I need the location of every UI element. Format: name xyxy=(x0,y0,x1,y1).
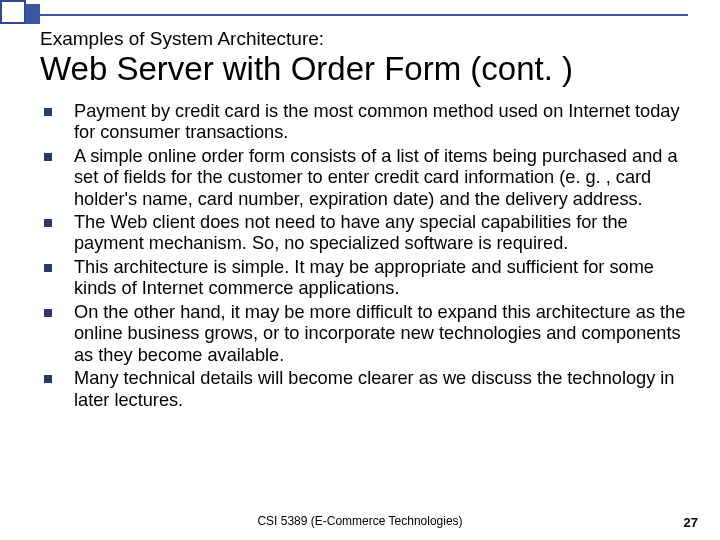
slide-title: Web Server with Order Form (cont. ) xyxy=(40,52,688,87)
list-item: The Web client does not need to have any… xyxy=(40,212,688,255)
list-item: This architecture is simple. It may be a… xyxy=(40,257,688,300)
bullet-square-icon xyxy=(44,219,52,227)
bullet-text: Payment by credit card is the most commo… xyxy=(74,101,680,142)
slide: Examples of System Architecture: Web Ser… xyxy=(0,0,720,540)
list-item: A simple online order form consists of a… xyxy=(40,146,688,210)
bullet-text: The Web client does not need to have any… xyxy=(74,212,628,253)
list-item: Many technical details will become clear… xyxy=(40,368,688,411)
bullet-text: Many technical details will become clear… xyxy=(74,368,674,409)
footer-center: CSI 5389 (E-Commerce Technologies) xyxy=(0,514,720,528)
list-item: On the other hand, it may be more diffic… xyxy=(40,302,688,366)
bullet-square-icon xyxy=(44,375,52,383)
bullet-text: On the other hand, it may be more diffic… xyxy=(74,302,685,365)
slide-subtitle: Examples of System Architecture: xyxy=(40,28,688,50)
top-rule xyxy=(40,14,688,16)
bullet-text: This architecture is simple. It may be a… xyxy=(74,257,654,298)
page-number: 27 xyxy=(684,515,698,530)
bullet-square-icon xyxy=(44,108,52,116)
bullet-text: A simple online order form consists of a… xyxy=(74,146,678,209)
bullet-square-icon xyxy=(44,153,52,161)
content-area: Examples of System Architecture: Web Ser… xyxy=(40,28,688,413)
deco-square-white xyxy=(0,0,26,24)
bullet-square-icon xyxy=(44,309,52,317)
bullet-list: Payment by credit card is the most commo… xyxy=(40,101,688,412)
corner-decoration xyxy=(0,0,96,26)
list-item: Payment by credit card is the most commo… xyxy=(40,101,688,144)
bullet-square-icon xyxy=(44,264,52,272)
